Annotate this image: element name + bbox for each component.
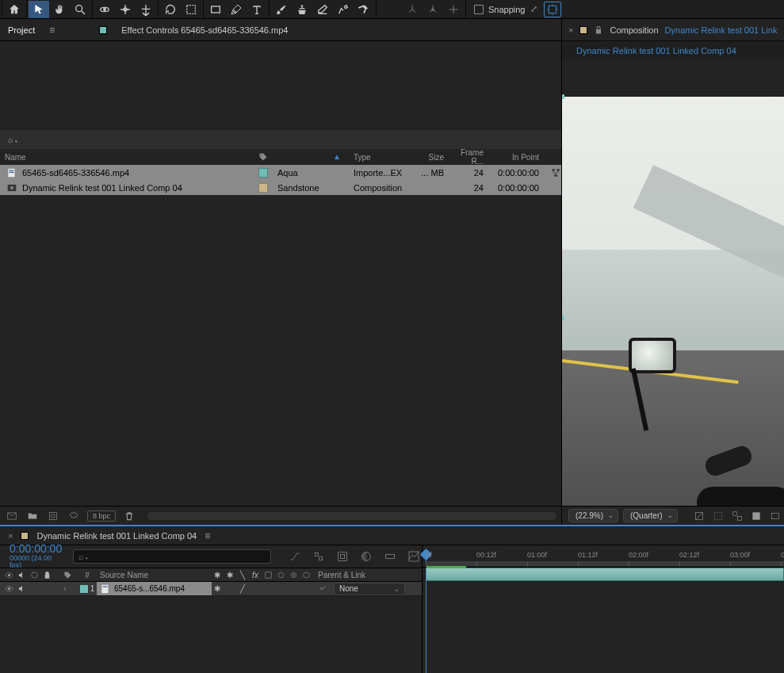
hand-tool-icon[interactable]	[49, 1, 70, 18]
audio-switch-header-icon[interactable]	[16, 569, 27, 580]
color-depth-button[interactable]: 8 bpc	[87, 510, 116, 522]
puppet-pin-tool-icon[interactable]	[354, 1, 374, 18]
layer-moblur-icon[interactable]	[275, 583, 286, 595]
comp-mini-flowchart-icon[interactable]	[287, 549, 303, 564]
project-search-input[interactable]	[24, 134, 561, 146]
roto-brush-tool-icon[interactable]	[333, 1, 354, 18]
source-name-header[interactable]: Source Name	[97, 571, 212, 579]
label-swatch[interactable]	[258, 183, 268, 193]
layer-shy-icon[interactable]: ✱	[212, 583, 223, 595]
lock-icon[interactable]	[594, 25, 603, 35]
parent-link-header[interactable]: Parent & Link	[315, 571, 422, 579]
video-switch-header-icon[interactable]	[3, 569, 14, 580]
layer-adjustment-icon[interactable]	[288, 583, 299, 595]
frame-blend-icon[interactable]	[358, 549, 374, 564]
layer-handle-ml[interactable]	[562, 315, 564, 320]
eraser-tool-icon[interactable]	[312, 1, 333, 18]
layer-index-header[interactable]: #	[78, 571, 97, 579]
effect-controls-tab[interactable]: Effect Controls 65465-sd6465-336546.mp4	[121, 25, 288, 35]
region-of-interest-icon[interactable]	[730, 509, 744, 523]
layer-clip-1[interactable]	[426, 568, 784, 581]
snap-to-guides-icon[interactable]	[544, 2, 561, 17]
audio-switch-icon[interactable]	[16, 583, 27, 595]
zoom-tool-icon[interactable]	[70, 1, 90, 18]
project-item-row[interactable]: Dynamic Relink test 001 Linked Comp 04Sa…	[0, 180, 561, 195]
lock-switch-icon[interactable]	[41, 583, 52, 595]
mask-tool-icon[interactable]	[181, 1, 201, 18]
grid-guides-icon[interactable]	[749, 509, 763, 523]
world-axis-mode-icon[interactable]	[423, 1, 443, 18]
col-name-header[interactable]: Name	[0, 153, 254, 162]
col-inpoint-header[interactable]: In Point	[490, 153, 545, 162]
shy-toggle-icon[interactable]	[335, 549, 350, 564]
col-size-header[interactable]: Size	[412, 153, 450, 162]
timeline-panel-menu-icon[interactable]: ≡	[205, 530, 210, 541]
layer-3d-icon[interactable]	[300, 583, 312, 595]
timeline-close-icon[interactable]: ×	[8, 531, 13, 541]
new-folder-icon[interactable]	[25, 509, 40, 523]
channel-icon[interactable]	[768, 509, 782, 523]
project-h-scroll[interactable]	[147, 512, 556, 520]
composition-tab-name[interactable]: Dynamic Relink test 001 Link	[665, 25, 778, 35]
interpret-footage-icon[interactable]	[5, 509, 19, 523]
magnification-dropdown[interactable]: (22.9%)	[568, 509, 618, 522]
composition-viewport[interactable]	[562, 97, 784, 506]
timeline-search-input[interactable]: ⌕▾	[73, 549, 271, 564]
local-axis-mode-icon[interactable]	[402, 1, 423, 18]
timeline-tab-name[interactable]: Dynamic Relink test 001 Linked Comp 04	[36, 531, 197, 541]
solo-switch-header-icon[interactable]	[29, 569, 40, 580]
flowchart-icon[interactable]	[550, 167, 561, 178]
lock-switch-header-icon[interactable]	[41, 569, 52, 580]
col-type-header[interactable]: Type	[349, 153, 412, 162]
layer-handle-tl[interactable]	[562, 94, 564, 99]
anchor-point-tool-icon[interactable]	[136, 1, 156, 18]
project-settings-icon[interactable]	[67, 509, 81, 523]
graph-editor-icon[interactable]	[406, 549, 422, 564]
snapping-checkbox[interactable]	[474, 5, 484, 14]
delete-icon[interactable]	[122, 509, 136, 523]
draft-3d-icon[interactable]	[311, 549, 327, 564]
project-panel-menu-icon[interactable]: ≡	[49, 25, 55, 36]
layer-collapse-icon[interactable]	[224, 583, 235, 595]
motion-blur-icon[interactable]	[382, 549, 398, 564]
col-framerate-header[interactable]: Frame R...	[450, 148, 490, 166]
orbit-camera-tool-icon[interactable]	[94, 1, 115, 18]
layer-frameblend-icon[interactable]	[262, 583, 273, 595]
timeline-ruler[interactable]: 0f00:12f01:00f01:12f02:00f02:12f03:00f03…	[423, 545, 784, 568]
timeline-empty-area[interactable]	[0, 596, 422, 673]
rotate-tool-icon[interactable]	[160, 1, 181, 18]
toggle-mask-visibility-icon[interactable]	[711, 509, 725, 523]
pan-behind-tool-icon[interactable]	[115, 1, 136, 18]
label-swatch[interactable]	[258, 168, 268, 178]
close-tab-icon[interactable]: ×	[568, 25, 573, 35]
selection-tool-icon[interactable]	[29, 1, 49, 18]
resolution-dropdown[interactable]: (Quarter)	[623, 509, 678, 522]
project-tab[interactable]: Project	[8, 25, 35, 35]
composition-stage[interactable]	[562, 60, 784, 506]
layer-label-swatch[interactable]	[80, 585, 88, 593]
view-axis-mode-icon[interactable]	[443, 1, 464, 18]
col-label-header[interactable]: ▲	[254, 152, 349, 162]
project-empty-area[interactable]	[0, 335, 561, 506]
pickwhip-icon[interactable]	[318, 583, 329, 595]
search-icon[interactable]: ⌕▾	[8, 135, 19, 144]
snapping-options-icon[interactable]: ⤢	[530, 4, 537, 14]
clone-stamp-tool-icon[interactable]	[292, 1, 312, 18]
home-icon[interactable]	[4, 1, 25, 18]
project-item-row[interactable]: 65465-sd6465-336546.mp4AquaImporte...EX.…	[0, 165, 561, 180]
type-tool-icon[interactable]	[247, 1, 267, 18]
layer-fx-icon[interactable]	[250, 583, 261, 595]
solo-switch-icon[interactable]	[29, 583, 40, 595]
toggle-transparency-grid-icon[interactable]	[692, 509, 706, 523]
twirl-icon[interactable]: ›	[63, 584, 66, 593]
layer-quality-icon[interactable]: ╱	[237, 583, 248, 595]
timeline-tracks[interactable]	[423, 568, 784, 673]
timeline-layer-row[interactable]: ›165465-s...6546.mp4✱╱None⌄	[0, 582, 422, 596]
composition-breadcrumb[interactable]: Dynamic Relink test 001 Linked Comp 04	[562, 41, 784, 60]
brush-tool-icon[interactable]	[271, 1, 292, 18]
new-composition-icon[interactable]	[46, 509, 60, 523]
current-timecode[interactable]: 0:00:00:00	[10, 543, 65, 555]
video-switch-icon[interactable]	[3, 583, 14, 595]
pen-tool-icon[interactable]	[226, 1, 247, 18]
parent-dropdown[interactable]: None⌄	[334, 583, 405, 595]
